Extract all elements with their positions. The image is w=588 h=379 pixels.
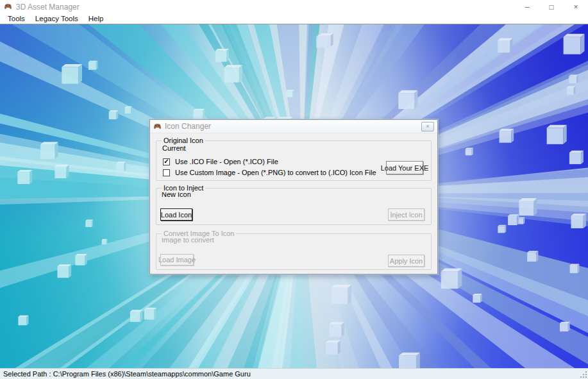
group-icon-to-inject-label: Icon to Inject <box>162 184 205 192</box>
load-your-exe-button[interactable]: Load Your EXE <box>386 161 423 174</box>
dialog-icon <box>153 122 162 131</box>
load-icon-button[interactable]: Load Icon <box>160 208 192 221</box>
menubar: Tools Legacy Tools Help <box>0 13 588 24</box>
close-button[interactable]: × <box>564 0 588 13</box>
menu-item-help[interactable]: Help <box>83 14 109 23</box>
group-icon-to-inject: Icon to Inject New Icon Load Icon Inject… <box>156 188 432 225</box>
window-title: 3D Asset Manager <box>16 3 515 12</box>
minimize-button[interactable]: – <box>515 0 539 13</box>
group-convert-image: Convert Image To Icon Image to convert L… <box>156 233 432 270</box>
app-icon <box>4 3 12 11</box>
menu-item-tools[interactable]: Tools <box>3 14 30 23</box>
dialog-title: Icon Changer <box>165 122 421 131</box>
current-label: Current <box>162 144 426 152</box>
inject-icon-button[interactable]: Inject Icon <box>388 208 424 221</box>
resize-grip[interactable] <box>579 370 587 378</box>
dialog-body: Original Icon Current ✓ Use .ICO File - … <box>150 133 437 270</box>
dialog-titlebar[interactable]: Icon Changer × <box>150 120 437 133</box>
apply-icon-button[interactable]: Apply Icon <box>388 255 424 267</box>
group-convert-image-label: Convert Image To Icon <box>162 230 236 238</box>
menu-item-legacy-tools[interactable]: Legacy Tools <box>30 14 83 23</box>
viewport-3d: Icon Changer × Original Icon Current ✓ U… <box>0 24 588 368</box>
app-window: 3D Asset Manager – □ × Tools Legacy Tool… <box>0 0 588 379</box>
checkbox-use-ico-file-label: Use .ICO File - Open (*.ICO) File <box>175 158 278 165</box>
checkbox-use-custom-image-box[interactable] <box>163 169 170 176</box>
selected-path-text: Selected Path : C:\Program Files (x86)\S… <box>3 370 251 378</box>
load-image-button[interactable]: Load Image <box>160 254 194 265</box>
icon-changer-dialog: Icon Changer × Original Icon Current ✓ U… <box>149 119 438 274</box>
statusbar: Selected Path : C:\Program Files (x86)\S… <box>0 368 588 379</box>
window-controls: – □ × <box>515 0 588 13</box>
group-original-icon-label: Original Icon <box>162 137 205 145</box>
checkbox-use-custom-image-label: Use Custom Image - Open (*.PNG) to conve… <box>175 169 376 176</box>
dialog-close-button[interactable]: × <box>421 122 434 131</box>
group-original-icon: Original Icon Current ✓ Use .ICO File - … <box>156 140 432 181</box>
checkbox-use-ico-file-box[interactable]: ✓ <box>163 158 170 165</box>
maximize-button[interactable]: □ <box>539 0 564 13</box>
titlebar[interactable]: 3D Asset Manager – □ × <box>0 0 588 13</box>
